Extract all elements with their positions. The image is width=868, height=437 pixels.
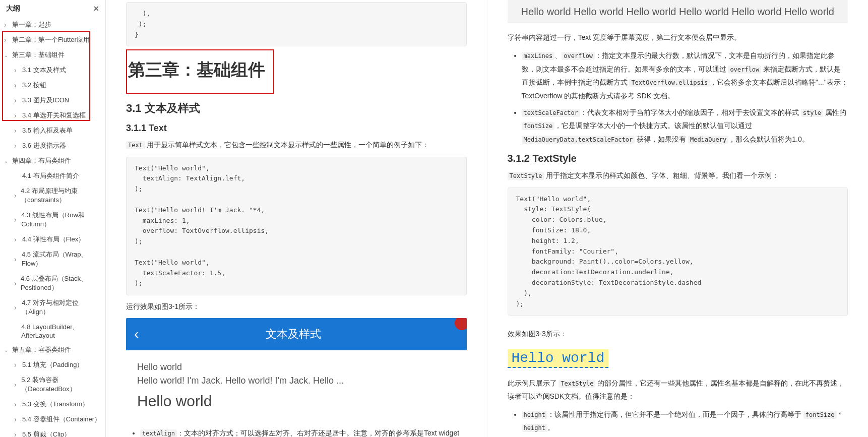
nav-label: 5.1 填充（Padding） (22, 360, 83, 369)
bullet-list-2: maxLines、overflow：指定文本显示的最大行数，默认情况下，文本是自… (522, 49, 848, 146)
effect-note: 效果如图3-3所示： (508, 328, 848, 340)
nav-label: 4.7 对齐与相对定位（Align） (22, 298, 101, 317)
code-block-textstyle: Text("Hello world", style: TextStyle( co… (508, 188, 848, 316)
chevron-icon (4, 158, 11, 164)
nav-item[interactable]: 4.1 布局类组件简介 (0, 168, 105, 183)
nav-label: 4.8 LayoutBuilder、AfterLayout (21, 323, 101, 339)
nav-item[interactable]: 5.4 容器组件（Container） (0, 412, 105, 427)
nav-item[interactable]: 4.7 对齐与相对定位（Align） (0, 295, 105, 320)
chevron-icon (14, 381, 20, 389)
outline-sidebar: 大纲 ✕ 第一章：起步第二章：第一个Flutter应用第三章：基础组件3.1 文… (0, 0, 106, 437)
nav-item[interactable]: 5.3 变换（Transform） (0, 397, 105, 412)
chevron-icon (4, 21, 11, 29)
bullet-textscale: textScaleFactor：代表文本相对于当前字体大小的缩放因子，相对于去设… (522, 106, 848, 146)
chevron-icon (14, 361, 21, 369)
nav-item[interactable]: 4.3 线性布局（Row和Column） (0, 208, 105, 232)
nav-label: 5.3 变换（Transform） (22, 400, 89, 409)
section-3-1: 3.1 文本及样式 (126, 101, 467, 116)
nav-label: 4.1 布局类组件简介 (22, 171, 79, 180)
nav-label: 5.4 容器组件（Container） (22, 415, 101, 424)
chevron-icon (14, 255, 21, 263)
nav-item[interactable]: 4.2 布局原理与约束（constraints） (0, 183, 105, 208)
nav-label: 第一章：起步 (12, 20, 51, 29)
back-icon: ‹ (134, 326, 139, 342)
chevron-icon (14, 216, 20, 224)
preview-line-1: Hello world (137, 360, 456, 374)
styled-hello-preview: Hello world (508, 345, 848, 372)
code-block-partial: ), ); } (126, 2, 467, 46)
nav-label: 第五章：容器类组件 (12, 345, 71, 354)
nav-item[interactable]: 第一章：起步 (0, 17, 105, 32)
nav-label: 3.5 输入框及表单 (22, 126, 73, 135)
section-3-1-2: 3.1.2 TextStyle (508, 153, 848, 164)
nav-item[interactable]: 5.1 填充（Padding） (0, 357, 105, 372)
chevron-icon (14, 235, 21, 243)
debug-banner (455, 318, 467, 330)
preview-line-2: Hello world! I'm Jack. Hello world! I'm … (137, 374, 456, 388)
nav-item[interactable]: 第五章：容器类组件 (0, 342, 105, 357)
p-wrap-note: 字符串内容超过一行，Text 宽度等于屏幕宽度，第二行文本便会居中显示。 (508, 31, 848, 44)
nav-item[interactable]: 4.5 流式布局（Wrap、Flow） (0, 247, 105, 271)
chevron-icon (14, 430, 21, 437)
nav-label: 第四章：布局类组件 (12, 156, 71, 165)
content-area: ), ); } 第三章：基础组件 3.1 文本及样式 3.1.1 Text Te… (106, 0, 868, 437)
chevron-icon (14, 303, 21, 311)
app-bar: ‹ 文本及样式 (126, 318, 467, 350)
chevron-icon (14, 415, 21, 423)
nav-label: 5.2 装饰容器（DecoratedBox） (21, 376, 101, 394)
highlight-annotation (2, 31, 90, 121)
right-column: Hello world Hello world Hello world Hell… (487, 0, 869, 437)
bullet-list: textAlign：文本的对齐方式；可以选择左对齐、右对齐还是居中。注意，对齐的… (140, 426, 467, 437)
bullet-textalign: textAlign：文本的对齐方式；可以选择左对齐、右对齐还是居中。注意，对齐的… (140, 426, 467, 437)
nav-item[interactable]: 5.5 剪裁（Clip） (0, 427, 105, 437)
nav-item[interactable]: 3.6 进度指示器 (0, 138, 105, 153)
app-preview: ‹ 文本及样式 Hello world Hello world! I'm Jac… (126, 318, 467, 422)
app-body: Hello world Hello world! I'm Jack. Hello… (126, 350, 467, 422)
nav-label: 4.2 布局原理与约束（constraints） (21, 186, 101, 205)
nav-label: 4.5 流式布局（Wrap、Flow） (22, 250, 101, 268)
text-intro: Text 用于显示简单样式文本，它包含一些控制文本显示样式的一些属性，一个简单的… (126, 139, 467, 151)
chevron-icon (14, 328, 20, 334)
nav-item[interactable]: 4.8 LayoutBuilder、AfterLayout (0, 320, 105, 342)
chapter-title: 第三章：基础组件 (128, 58, 265, 82)
styled-hello: Hello world (508, 349, 609, 368)
section-3-1-1: 3.1.1 Text (126, 123, 467, 134)
nav-item[interactable]: 第四章：布局类组件 (0, 153, 105, 168)
chevron-icon (14, 192, 20, 200)
bullet-height: height：该属性用于指定行高，但它并不是一个绝对值，而是一个因子，具体的行高… (522, 408, 848, 434)
nav-label: 3.6 进度指示器 (22, 141, 66, 150)
app-bar-title: 文本及样式 (149, 327, 438, 342)
nav-label: 4.6 层叠布局（Stack、Positioned） (21, 274, 101, 292)
nav-item[interactable]: 4.4 弹性布局（Flex） (0, 232, 105, 247)
chapter-highlight: 第三章：基础组件 (126, 49, 274, 94)
chevron-icon (14, 142, 21, 150)
sidebar-header: 大纲 ✕ (0, 0, 105, 17)
chevron-icon (4, 347, 11, 353)
bullet-list-3: height：该属性用于指定行高，但它并不是一个绝对值，而是一个因子，具体的行高… (522, 408, 848, 437)
code-block-text-examples: Text("Hello world", textAlign: TextAlign… (126, 157, 467, 296)
nav-item[interactable]: 3.5 输入框及表单 (0, 123, 105, 138)
p-textstyle: TextStyle 用于指定文本显示的样式如颜色、字体、粗细、背景等。我们看一个… (508, 169, 848, 182)
nav-label: 4.4 弹性布局（Flex） (22, 235, 85, 244)
sidebar-title: 大纲 (6, 4, 20, 13)
chevron-icon (14, 279, 20, 287)
close-icon[interactable]: ✕ (93, 5, 99, 13)
nav-label: 4.3 线性布局（Row和Column） (21, 211, 101, 229)
p-partial-props: 此示例只展示了 TextStyle 的部分属性，它还有一些其他属性，属性名基本都… (508, 377, 848, 402)
bullet-maxlines: maxLines、overflow：指定文本显示的最大行数，默认情况下，文本是自… (522, 49, 848, 102)
left-column: ), ); } 第三章：基础组件 3.1 文本及样式 3.1.1 Text Te… (106, 0, 487, 437)
chevron-icon (14, 400, 21, 408)
chevron-icon (14, 127, 21, 135)
text-code: Text (126, 141, 145, 149)
nav-label: 5.5 剪裁（Clip） (22, 430, 71, 437)
hello-banner: Hello world Hello world Hello world Hell… (508, 0, 848, 23)
nav-item[interactable]: 4.6 层叠布局（Stack、Positioned） (0, 271, 105, 295)
preview-line-3: Hello world (137, 390, 456, 412)
nav-item[interactable]: 5.2 装饰容器（DecoratedBox） (0, 372, 105, 397)
chevron-icon (14, 173, 21, 179)
run-note: 运行效果如图3-1所示： (126, 300, 467, 313)
